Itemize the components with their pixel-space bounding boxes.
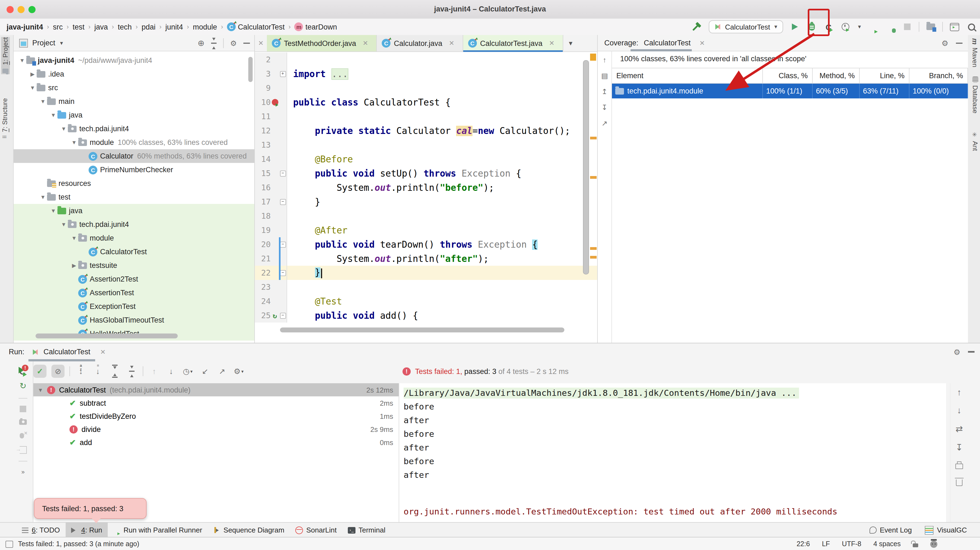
- status-widget[interactable]: UTF-8: [842, 540, 861, 548]
- highlighting-level-icon[interactable]: [930, 540, 937, 548]
- build-hammer-icon[interactable]: [692, 21, 703, 33]
- run-anything-icon[interactable]: [949, 21, 960, 33]
- run-console[interactable]: /Library/Java/JavaVirtualMachines/jdk1.8…: [399, 383, 946, 523]
- import-test-results-icon[interactable]: ↙: [199, 365, 211, 378]
- tree-expand-icon[interactable]: ▼: [60, 126, 68, 132]
- show-passed-toggle[interactable]: ✓: [33, 365, 46, 378]
- minimize-window-button[interactable]: [18, 6, 25, 13]
- toolwindow-toggle-icon[interactable]: [5, 540, 13, 548]
- editor-tab[interactable]: CCalculatorTest.java✕: [463, 35, 563, 51]
- gear-icon[interactable]: ⚙▼: [233, 365, 245, 378]
- tree-expand-icon[interactable]: ▼: [70, 235, 78, 241]
- toolwindow-tab[interactable]: 4: Run: [65, 523, 108, 537]
- code-line[interactable]: 22− }: [255, 266, 597, 280]
- gear-icon[interactable]: ⚙: [953, 347, 960, 356]
- toolwindow-tab[interactable]: Sequence Diagram: [208, 523, 290, 537]
- test-tree-item[interactable]: !divide2s 9ms: [33, 423, 399, 436]
- expand-all-icon[interactable]: [109, 365, 121, 378]
- project-panel-title[interactable]: Project: [32, 39, 55, 47]
- force-run-button[interactable]: [868, 21, 879, 33]
- tree-item[interactable]: CExceptionTest: [14, 300, 254, 313]
- code-line[interactable]: 13: [255, 138, 597, 152]
- test-tree-item[interactable]: ✔testDivideByZero1ms: [33, 410, 399, 423]
- project-vertical-scrollbar[interactable]: [248, 57, 253, 82]
- tree-expand-icon[interactable]: ▼: [49, 112, 57, 118]
- sidebar-tab[interactable]: Database: [971, 76, 979, 113]
- tree-expand-icon[interactable]: ▼: [29, 85, 37, 91]
- sidebar-tab[interactable]: ⠿7: Structure: [1, 99, 9, 138]
- breadcrumb-item[interactable]: test: [73, 23, 85, 31]
- collapse-all-icon[interactable]: [211, 37, 216, 49]
- coverage-tab-label[interactable]: CalculatorTest: [644, 39, 691, 47]
- editor-stripe-mark[interactable]: [590, 176, 597, 179]
- fold-marker-icon[interactable]: +: [280, 71, 286, 77]
- toolwindow-tab[interactable]: ›_Terminal: [342, 523, 391, 537]
- project-horizontal-scrollbar[interactable]: [35, 334, 178, 339]
- hide-panel-icon[interactable]: [243, 43, 250, 44]
- up-arrow-icon[interactable]: ↑: [957, 388, 961, 397]
- soft-wrap-icon[interactable]: ⇄: [956, 424, 963, 434]
- editor-stripe-mark[interactable]: [590, 256, 597, 259]
- sort-alphabetically-icon[interactable]: ↓az: [75, 365, 87, 378]
- tabs-chevron-down-icon[interactable]: ▼: [563, 40, 578, 46]
- close-icon[interactable]: ✕: [359, 39, 371, 47]
- close-icon[interactable]: ✕: [696, 39, 708, 47]
- tree-item[interactable]: ▶testsuite: [14, 259, 254, 272]
- sidebar-tab[interactable]: 1: Project: [1, 37, 10, 74]
- clear-console-icon[interactable]: [956, 480, 963, 486]
- tree-item[interactable]: CCalculatorTest: [14, 245, 254, 259]
- code-line[interactable]: 15− public void setUp() throws Exception…: [255, 166, 597, 180]
- code-line[interactable]: 14 @Before: [255, 152, 597, 166]
- tree-expand-icon[interactable]: ▼: [60, 221, 68, 227]
- lock-icon[interactable]: [913, 544, 918, 547]
- breadcrumb-item[interactable]: pdai: [142, 23, 156, 31]
- tree-item[interactable]: CAssertion2Test: [14, 272, 254, 286]
- tree-item[interactable]: ▼main: [14, 95, 254, 108]
- force-debug-button[interactable]: [885, 21, 896, 33]
- editor-tab[interactable]: CTestMethodOrder.java✕: [267, 35, 377, 51]
- tree-item[interactable]: resources: [14, 176, 254, 190]
- close-icon[interactable]: ✕: [255, 39, 267, 47]
- sort-by-duration-icon[interactable]: ↓≡: [92, 365, 104, 378]
- profiler-dropdown-icon[interactable]: ▼: [857, 24, 862, 30]
- fold-marker-icon[interactable]: −: [280, 312, 286, 318]
- breadcrumb-item[interactable]: module: [193, 23, 217, 31]
- sidebar-tab[interactable]: mMaven: [971, 38, 979, 67]
- tree-item[interactable]: ▼java: [14, 204, 254, 218]
- more-icon[interactable]: »: [21, 469, 25, 475]
- tree-item[interactable]: CPrimeNumberChecker: [14, 163, 254, 176]
- tree-item[interactable]: ▼java: [14, 108, 254, 122]
- code-line[interactable]: 12 private static Calculator cal=new Cal…: [255, 124, 597, 138]
- editor-vertical-scrollbar[interactable]: [583, 60, 589, 275]
- coverage-column-header[interactable]: Branch, %: [910, 68, 968, 83]
- tree-expand-icon[interactable]: ▼: [38, 387, 43, 393]
- editor-stripe-mark[interactable]: [590, 247, 597, 250]
- rerun-icon[interactable]: ↻: [19, 381, 26, 391]
- code-line[interactable]: 23: [255, 280, 597, 294]
- tree-item[interactable]: ▼tech.pdai.junit4: [14, 122, 254, 135]
- export-test-results-icon[interactable]: ↗: [216, 365, 228, 378]
- code-line[interactable]: 19 @After: [255, 223, 597, 237]
- test-history-icon[interactable]: ◷▼: [182, 365, 194, 378]
- code-line[interactable]: 21 System.out.println("after");: [255, 251, 597, 266]
- code-line[interactable]: 10public class CalculatorTest {: [255, 95, 597, 109]
- up-arrow-icon[interactable]: ↑: [603, 56, 606, 64]
- coverage-column-header[interactable]: Element: [612, 68, 763, 83]
- tree-item[interactable]: ▶.idea: [14, 67, 254, 81]
- fold-marker-icon[interactable]: −: [280, 170, 286, 176]
- fold-marker-icon[interactable]: −: [280, 242, 286, 247]
- breadcrumb-item[interactable]: mtearDown: [294, 22, 337, 31]
- coverage-column-header[interactable]: Method, %: [813, 68, 860, 83]
- editor-horizontal-scrollbar[interactable]: [280, 327, 565, 332]
- tree-item[interactable]: ▼module100% classes, 63% lines covered: [14, 135, 254, 149]
- locate-file-icon[interactable]: ⊕: [198, 38, 205, 48]
- editor-stripe-mark[interactable]: [590, 54, 596, 61]
- toolwindow-tab[interactable]: Run with Parallel Runner: [108, 523, 208, 537]
- close-window-button[interactable]: [6, 6, 14, 13]
- editor-tab[interactable]: CCalculator.java✕: [377, 35, 463, 51]
- toolwindow-tab[interactable]: 6: TODO: [16, 523, 65, 537]
- jump-up-icon[interactable]: ↥: [601, 87, 608, 96]
- breadcrumb-item[interactable]: src: [53, 23, 63, 31]
- tree-expand-icon[interactable]: ▼: [39, 194, 47, 200]
- test-tree-item[interactable]: ✔add0ms: [33, 436, 399, 449]
